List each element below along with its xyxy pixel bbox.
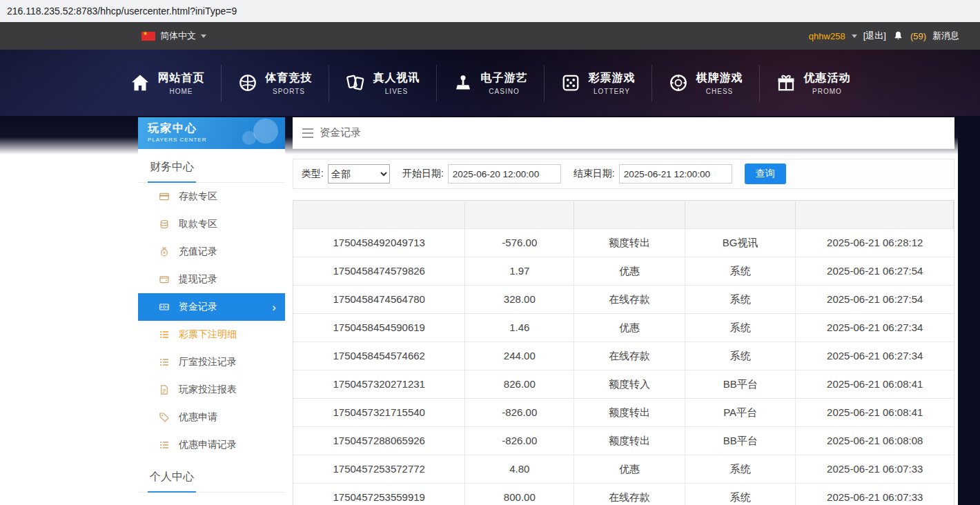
cell-project: BB平台 xyxy=(685,370,796,398)
cell-amount: 328.00 xyxy=(465,285,574,313)
messages-link[interactable]: 新消息 xyxy=(932,30,959,42)
sidebar-item[interactable]: 资金记录 xyxy=(138,293,285,321)
cell-amount: 826.00 xyxy=(465,370,574,398)
message-count[interactable]: (59) xyxy=(910,31,926,41)
nav-item-title: 网站首页 xyxy=(158,71,205,86)
cell-process-time: 2025-06-21 06:28:12 xyxy=(796,228,954,257)
nav-item-title: 体育竞技 xyxy=(266,71,313,86)
sidebar-subtitle: PLAYERS CENTER xyxy=(148,137,285,143)
table-header-cell xyxy=(796,201,954,228)
nav-item-subtitle: PROMO xyxy=(812,88,842,95)
topbar-user-area: qhhw258 [退出] (59) 新消息 xyxy=(809,30,959,42)
cell-project: 系统 xyxy=(685,257,796,285)
nav-item-title: 电子游艺 xyxy=(481,71,528,86)
cell-project: 系统 xyxy=(685,341,796,370)
nav-item-subtitle: CASINO xyxy=(489,88,519,95)
cell-project: BG视讯 xyxy=(685,228,796,257)
table-row: 1750458454574662 244.00 在线存款 系统 2025-06-… xyxy=(293,341,954,370)
sidebar: 玩家中心 PLAYERS CENTER 财务中心 存款专区 取款专区 充值记录 xyxy=(138,117,285,505)
cell-project: PA平台 xyxy=(685,398,796,426)
sidebar-item-label: 优惠申请记录 xyxy=(179,439,237,451)
nav-item[interactable]: 彩票游戏 LOTTERY xyxy=(544,65,651,101)
table-row: 1750457253559919 800.00 在线存款 系统 2025-06-… xyxy=(293,483,954,505)
sidebar-item[interactable]: 存款专区 xyxy=(138,183,285,210)
language-selector[interactable]: 简体中文 xyxy=(141,30,206,42)
lottery-icon xyxy=(560,72,581,93)
sidebar-section-finance: 财务中心 xyxy=(138,149,285,183)
cell-process-time: 2025-06-21 06:08:41 xyxy=(796,370,954,398)
cell-amount: 1.97 xyxy=(465,257,574,285)
sidebar-item[interactable]: 玩家投注报表 xyxy=(138,376,285,404)
table-header-cell xyxy=(574,201,685,228)
withdraw-icon xyxy=(159,219,170,230)
nav-item-subtitle: HOME xyxy=(170,88,193,95)
logout-button[interactable]: [退出] xyxy=(863,30,886,42)
page: 216.118.235.52:8783/hhcp/usercenter.html… xyxy=(0,0,980,505)
nav-item[interactable]: 真人视讯 LIVES xyxy=(329,65,436,101)
cell-amount: 4.80 xyxy=(465,455,574,483)
table-row: 1750457253572772 4.80 优惠 系统 2025-06-21 0… xyxy=(293,455,954,483)
funds-table: 1750458492049713 -576.00 额度转出 BG视讯 2025-… xyxy=(293,200,954,505)
sidebar-item-label: 存款专区 xyxy=(179,190,217,203)
page-url[interactable]: 216.118.235.52:8783/hhcp/usercenter.html… xyxy=(7,6,237,17)
nav-item-subtitle: LIVES xyxy=(385,88,408,95)
type-label: 类型: xyxy=(302,168,324,180)
table-row: 1750457288065926 -826.00 额度转出 BB平台 2025-… xyxy=(293,426,954,455)
hall-bet-icon xyxy=(159,357,170,368)
nav-item-title: 彩票游戏 xyxy=(589,71,636,86)
nav-item[interactable]: 体育竞技 SPORTS xyxy=(221,65,329,101)
deposit-icon xyxy=(159,191,170,202)
type-select[interactable]: 全部 xyxy=(328,164,390,184)
cell-process-time: 2025-06-21 06:07:33 xyxy=(796,455,954,483)
bell-icon[interactable] xyxy=(892,30,904,42)
sidebar-item[interactable]: 提现记录 xyxy=(138,266,285,293)
topbar: 简体中文 qhhw258 [退出] (59) 新消息 xyxy=(0,22,980,50)
cell-type: 额度转入 xyxy=(574,370,685,398)
cell-type: 额度转出 xyxy=(574,426,685,455)
filter-bar: 类型: 全部 开始日期: 结束日期: 查询 xyxy=(293,159,954,189)
sidebar-item[interactable]: 厅室投注记录 xyxy=(138,348,285,376)
cell-order-id: 1750457288065926 xyxy=(293,426,465,455)
cell-process-time: 2025-06-21 06:27:54 xyxy=(796,257,954,285)
sidebar-item[interactable]: 充值记录 xyxy=(138,238,285,266)
table-row: 1750458474579826 1.97 优惠 系统 2025-06-21 0… xyxy=(293,257,954,285)
start-date-label: 开始日期: xyxy=(402,168,444,180)
nav-item-title: 棋牌游戏 xyxy=(696,71,743,86)
nav-item[interactable]: 优惠活动 PROMO xyxy=(759,65,867,101)
sidebar-header: 玩家中心 PLAYERS CENTER xyxy=(138,117,285,149)
cell-type: 在线存款 xyxy=(574,341,685,370)
cell-process-time: 2025-06-21 06:08:41 xyxy=(796,398,954,426)
main-content: 资金记录 类型: 全部 开始日期: 结束日期: 查询 1750458492049… xyxy=(293,117,954,505)
cell-order-id: 1750457321715540 xyxy=(293,398,465,426)
sidebar-item[interactable]: 彩票下注明细 xyxy=(138,321,285,348)
cell-type: 额度转出 xyxy=(574,398,685,426)
table-header-cell xyxy=(293,201,465,228)
cell-amount: -826.00 xyxy=(465,398,574,426)
cell-project: 系统 xyxy=(685,455,796,483)
cell-project: 系统 xyxy=(685,313,796,341)
sidebar-item[interactable]: 取款专区 xyxy=(138,210,285,238)
sidebar-section-personal: 个人中心 xyxy=(138,459,285,493)
cell-amount: 1.46 xyxy=(465,313,574,341)
username[interactable]: qhhw258 xyxy=(809,31,845,41)
funds-icon xyxy=(159,301,170,313)
nav-item[interactable]: 网站首页 HOME xyxy=(114,65,221,101)
sidebar-item[interactable]: 优惠申请记录 xyxy=(138,431,285,459)
main-nav: 网站首页 HOME 体育竞技 SPORTS 真人视讯 LIVES 电子游艺 xyxy=(0,50,980,116)
promo-icon xyxy=(776,72,796,93)
start-date-input[interactable] xyxy=(448,164,561,184)
language-label: 简体中文 xyxy=(160,30,196,42)
nav-item[interactable]: 电子游艺 CASINO xyxy=(436,65,544,101)
end-date-label: 结束日期: xyxy=(574,168,615,180)
sidebar-item-label: 厅室投注记录 xyxy=(179,356,237,368)
nav-item[interactable]: 棋牌游戏 CHESS xyxy=(651,65,759,101)
table-row: 1750457321715540 -826.00 额度转出 PA平台 2025-… xyxy=(293,398,954,426)
browser-url-bar[interactable]: 216.118.235.52:8783/hhcp/usercenter.html… xyxy=(0,0,980,22)
sidebar-item[interactable]: 优惠申请 xyxy=(138,404,285,431)
caret-down-icon[interactable] xyxy=(852,34,857,38)
end-date-input[interactable] xyxy=(619,164,732,184)
sidebar-item-label: 彩票下注明细 xyxy=(179,328,237,341)
table-row: 1750458474564780 328.00 在线存款 系统 2025-06-… xyxy=(293,285,954,313)
search-button[interactable]: 查询 xyxy=(745,164,786,184)
table-row: 1750458492049713 -576.00 额度转出 BG视讯 2025-… xyxy=(293,228,954,257)
